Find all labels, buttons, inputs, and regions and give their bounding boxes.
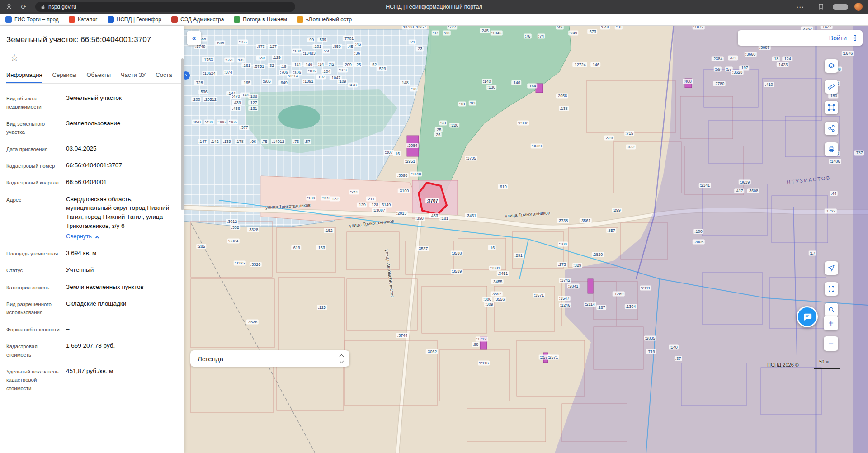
- parcel-label[interactable]: :148: [400, 80, 410, 85]
- parcel-label[interactable]: :129: [357, 203, 367, 208]
- parcel-label[interactable]: :3539: [451, 269, 463, 274]
- print-button[interactable]: [825, 142, 838, 156]
- bookmark-item[interactable]: Каталог: [69, 16, 98, 23]
- parcel-label[interactable]: :551: [224, 58, 234, 63]
- parcel-label[interactable]: :1486: [829, 159, 841, 164]
- legend-toggle[interactable]: Легенда: [190, 350, 349, 367]
- parcel-label[interactable]: :2571: [547, 355, 559, 360]
- parcel-label[interactable]: :165: [241, 80, 251, 85]
- parcel-label[interactable]: :273: [557, 262, 567, 267]
- parcel-label[interactable]: :125: [317, 305, 327, 310]
- parcel-label[interactable]: :610: [498, 184, 508, 189]
- parcel-label[interactable]: :19: [280, 64, 288, 69]
- bookmark-item[interactable]: «Волшебный остр: [297, 16, 352, 23]
- parcel-label[interactable]: :787: [854, 151, 864, 156]
- parcel-label[interactable]: :104: [321, 69, 331, 74]
- chat-button[interactable]: [797, 306, 818, 327]
- parcel-label[interactable]: :3149: [380, 203, 392, 208]
- parcel-label[interactable]: :1872: [693, 26, 705, 30]
- panel-toggle-button[interactable]: [833, 4, 848, 10]
- more-icon[interactable]: ⋯: [795, 1, 806, 12]
- parcel-label[interactable]: :101: [312, 44, 322, 49]
- parcel-label[interactable]: :124: [782, 57, 792, 61]
- parcel-label[interactable]: :3738: [557, 218, 569, 223]
- parcel-label[interactable]: :23: [416, 47, 424, 52]
- parcel-label[interactable]: :3628: [731, 70, 744, 75]
- parcel-label[interactable]: :37: [675, 356, 682, 361]
- zoom-out-button[interactable]: −: [824, 336, 838, 351]
- parcel-label[interactable]: :291: [514, 253, 524, 258]
- parcel-label[interactable]: :2013: [396, 211, 408, 216]
- parcel-label[interactable]: :99: [307, 38, 315, 42]
- parcel-label[interactable]: :16: [393, 151, 401, 156]
- parcel-label[interactable]: :98: [472, 342, 480, 347]
- locate-button[interactable]: [825, 261, 838, 275]
- parcel-label[interactable]: :536: [198, 90, 208, 94]
- parcel-label[interactable]: :490: [192, 120, 202, 125]
- parcel-label[interactable]: :3100: [398, 189, 410, 193]
- parcel-label[interactable]: :14012: [271, 139, 285, 144]
- parcel-label[interactable]: :100: [693, 229, 703, 234]
- parcel-label[interactable]: :644: [600, 26, 610, 30]
- parcel-label[interactable]: :3062: [426, 349, 438, 354]
- parcel-label[interactable]: :129: [272, 55, 282, 60]
- parcel-label[interactable]: :3431: [465, 213, 477, 218]
- parcel-label[interactable]: :141: [292, 62, 302, 67]
- parcel-label[interactable]: :3581: [489, 266, 501, 271]
- parcel-label[interactable]: :23: [439, 121, 447, 126]
- parcel-label[interactable]: :285: [196, 244, 206, 249]
- parcel-label[interactable]: :719: [646, 349, 656, 354]
- parcel-label[interactable]: :138: [559, 106, 569, 111]
- parcel-label[interactable]: :2084: [406, 143, 419, 148]
- parcel-label[interactable]: :3324: [227, 239, 240, 244]
- parcel-label[interactable]: :478: [348, 83, 358, 88]
- parcel-label[interactable]: :13624: [202, 71, 217, 76]
- parcel-label[interactable]: :1091: [302, 79, 315, 84]
- parcel-label[interactable]: :3687: [759, 45, 771, 50]
- parcel-label[interactable]: :164: [527, 84, 537, 89]
- parcel-label[interactable]: :3547: [558, 296, 571, 301]
- parcel-label[interactable]: :2384: [712, 57, 724, 61]
- parcel-label[interactable]: :2780: [713, 81, 726, 86]
- parcel-label[interactable]: :13483: [302, 51, 316, 56]
- parcel-label[interactable]: :241: [349, 190, 359, 195]
- parcel-label[interactable]: :139: [222, 139, 232, 144]
- parcel-label[interactable]: :207: [384, 150, 394, 155]
- parcel-label[interactable]: :105: [307, 69, 317, 74]
- parcel-label[interactable]: :3012: [226, 219, 238, 224]
- parcel-label[interactable]: :20512: [203, 97, 217, 102]
- parcel-label[interactable]: :59: [714, 67, 722, 72]
- parcel-label[interactable]: :217: [366, 197, 376, 202]
- bookmark-item[interactable]: ГИС Торги – прод: [5, 16, 59, 23]
- parcel-label[interactable]: :18: [772, 57, 780, 61]
- parcel-label[interactable]: :21: [409, 40, 416, 45]
- parcel-label[interactable]: :1722: [825, 209, 837, 214]
- parcel-label[interactable]: :140: [669, 345, 679, 350]
- parcel-label[interactable]: :18: [615, 26, 623, 30]
- parcel-label[interactable]: :3538: [451, 251, 463, 256]
- parcel-label[interactable]: :93: [469, 101, 476, 106]
- parcel-label[interactable]: :1046: [491, 31, 503, 36]
- parcel-label[interactable]: :873: [256, 44, 266, 49]
- parcel-label[interactable]: :96: [250, 139, 257, 144]
- parcel-label[interactable]: :127: [248, 100, 258, 105]
- parcel-label[interactable]: :1763: [202, 57, 214, 62]
- parcel-label[interactable]: :13887: [372, 208, 386, 213]
- parcel-label[interactable]: :417: [734, 189, 744, 193]
- parcel-label[interactable]: :673: [587, 29, 597, 34]
- parcel-label[interactable]: :3660: [745, 52, 757, 57]
- parcel-label[interactable]: :26: [434, 132, 442, 137]
- parcel-label[interactable]: :1246: [559, 303, 571, 308]
- parcel-label[interactable]: :1423: [777, 62, 789, 67]
- parcel-label[interactable]: :3098: [396, 173, 409, 178]
- search-area-button[interactable]: [825, 303, 838, 316]
- parcel-label[interactable]: :386: [217, 120, 226, 125]
- parcel-label[interactable]: :200: [191, 97, 201, 102]
- parcel-label[interactable]: :209: [343, 62, 353, 67]
- parcel-label[interactable]: :161: [241, 63, 251, 68]
- url-bar[interactable]: nspd.gov.ru: [35, 2, 295, 12]
- zoom-in-button[interactable]: +: [824, 316, 838, 330]
- parcel-label[interactable]: :686: [262, 79, 272, 84]
- parcel-label[interactable]: :287: [596, 305, 606, 310]
- parcel-label[interactable]: :529: [377, 66, 387, 71]
